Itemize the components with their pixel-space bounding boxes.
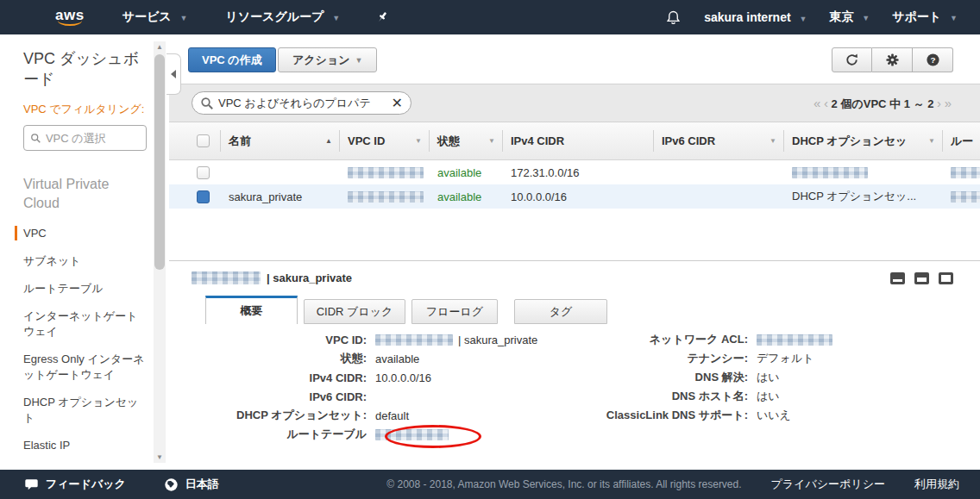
sidebar-item-elastic-ip[interactable]: Elastic IP [23, 438, 147, 453]
nav-resource-groups-menu[interactable]: リソースグループ ▼ [225, 9, 340, 25]
tab-tags[interactable]: タグ [514, 299, 607, 324]
table-row[interactable]: sakura_private available 10.0.0.0/16 DHC… [169, 184, 980, 209]
sidebar-item-internet-gateways[interactable]: インターネットゲートウェイ [23, 309, 147, 340]
pane-large-icon[interactable] [939, 272, 953, 284]
column-name[interactable]: 名前 ▲ [220, 122, 339, 159]
field-state: 状態: available [169, 349, 537, 368]
search-icon [30, 132, 41, 145]
table-row[interactable]: available 172.31.0.0/16 [169, 160, 980, 184]
cell-state: available [429, 160, 502, 184]
nav-services-label: サービス [122, 9, 172, 23]
row-checkbox[interactable] [169, 160, 220, 184]
first-page-icon[interactable]: « [814, 96, 820, 110]
settings-button[interactable] [872, 47, 913, 72]
tab-flow-logs[interactable]: フローログ [411, 299, 498, 324]
aws-logo[interactable]: aws [55, 9, 85, 26]
tab-summary[interactable]: 概要 [205, 296, 298, 324]
nav-support-menu[interactable]: サポート ▼ [892, 9, 958, 25]
notifications-bell-icon[interactable] [665, 9, 682, 26]
aws-logo-swoosh-icon [58, 20, 82, 26]
refresh-button[interactable] [832, 47, 872, 72]
previous-page-icon[interactable]: ‹ [824, 96, 828, 110]
tab-cidr-blocks[interactable]: CIDR ブロック [304, 299, 405, 324]
last-page-icon[interactable]: » [945, 96, 952, 110]
sidebar-item-subnets[interactable]: サブネット [23, 253, 147, 269]
sidebar-item-route-tables[interactable]: ルートテーブル [23, 281, 147, 296]
cell-route-table [942, 160, 980, 184]
vpc-table: 名前 ▲ VPC ID ▼ 状態 ▼ IPv4 CIDR IPv6 CIDR ▼ [169, 122, 980, 209]
nav-resource-groups-label: リソースグループ [225, 9, 324, 23]
row-checkbox[interactable] [169, 184, 220, 209]
cell-ipv4-cidr: 10.0.0.0/16 [502, 184, 653, 209]
pane-small-icon[interactable] [890, 272, 905, 284]
pin-icon[interactable] [374, 9, 390, 25]
field-dns-hostnames: DNS ホスト名: はい [497, 387, 832, 406]
sidebar-collapse-handle[interactable] [166, 53, 181, 95]
sidebar-item-vpc[interactable]: VPC [23, 226, 147, 241]
next-page-icon[interactable]: › [937, 96, 941, 110]
cell-ipv6-cidr [653, 184, 783, 209]
clear-filter-icon[interactable]: ✕ [392, 97, 403, 110]
cell-name: sakura_private [220, 184, 339, 209]
language-button[interactable]: 日本語 [164, 477, 219, 492]
scrollbar-thumb[interactable] [154, 54, 165, 270]
redacted-value [757, 334, 832, 346]
field-dns-resolution: DNS 解決: はい [497, 368, 832, 387]
pagination: « ‹ 2 個のVPC 中 1 ～ 2 › » [814, 96, 952, 112]
refresh-icon [845, 53, 859, 67]
nav-region-label: 東京 [829, 9, 853, 23]
scroll-down-arrow-icon[interactable]: ▼ [154, 453, 166, 461]
scroll-up-arrow-icon[interactable]: ▲ [154, 43, 166, 51]
sort-icon: ▼ [770, 137, 776, 145]
redacted-value [348, 191, 424, 203]
vpc-select-input[interactable] [46, 132, 140, 145]
vpc-detail-panel: | sakura_private 概要 CIDR ブロック フローログ タグ V… [169, 260, 980, 470]
speech-bubble-icon [24, 477, 39, 492]
nav-services-menu[interactable]: サービス ▼ [122, 9, 188, 25]
field-ipv6-cidr: IPv6 CIDR: [169, 387, 537, 406]
column-route-table[interactable]: ルー [942, 122, 980, 159]
vpc-filter-searchbox[interactable]: ✕ [192, 91, 411, 115]
main-content: VPC の作成 アクション ▼ [169, 34, 980, 470]
sidebar-title: VPC ダッシュボード [23, 48, 147, 90]
field-classiclink-dns: ClassicLink DNS サポート: いいえ [497, 406, 832, 425]
field-route-table: ルートテーブル [169, 425, 537, 444]
feedback-label: フィードバック [46, 477, 126, 492]
chevron-down-icon: ▼ [332, 14, 340, 22]
cell-route-table [942, 184, 980, 209]
nav-account-menu[interactable]: sakura internet ▼ [704, 10, 807, 24]
cell-ipv6-cidr [653, 160, 783, 184]
actions-dropdown-button[interactable]: アクション ▼ [278, 47, 377, 72]
column-vpc-id[interactable]: VPC ID ▼ [339, 122, 429, 159]
help-button[interactable]: ? [913, 47, 953, 72]
column-ipv6-cidr[interactable]: IPv6 CIDR ▼ [653, 122, 783, 159]
select-all-checkbox[interactable] [169, 122, 220, 159]
sidebar-scrollbar[interactable]: ▲ ▼ [154, 41, 166, 463]
create-vpc-button[interactable]: VPC の作成 [188, 47, 276, 72]
svg-text:?: ? [930, 55, 935, 65]
actions-label: アクション [292, 53, 350, 68]
nav-region-menu[interactable]: 東京 ▼ [829, 9, 870, 25]
sidebar-item-egress-only-igw[interactable]: Egress Only インターネットゲートウェイ [23, 352, 147, 383]
terms-of-use-link[interactable]: 利用規約 [914, 477, 959, 492]
table-header: 名前 ▲ VPC ID ▼ 状態 ▼ IPv4 CIDR IPv6 CIDR ▼ [169, 122, 980, 160]
redacted-value [348, 167, 424, 178]
help-icon: ? [926, 53, 940, 67]
chevron-down-icon: ▼ [799, 15, 807, 23]
cell-dhcp: DHCP オプションセッ... [783, 184, 942, 209]
column-state[interactable]: 状態 ▼ [429, 122, 502, 159]
column-dhcp-options[interactable]: DHCP オプションセッ ▼ [783, 122, 942, 159]
privacy-policy-link[interactable]: プライバシーポリシー [771, 477, 885, 492]
feedback-button[interactable]: フィードバック [24, 477, 126, 492]
vpc-select-searchbox[interactable] [23, 125, 147, 151]
sidebar-item-dhcp-options[interactable]: DHCP オプションセット [23, 395, 147, 426]
vpc-filter-input[interactable] [218, 97, 390, 109]
filter-bar: ✕ « ‹ 2 個のVPC 中 1 ～ 2 › » [169, 84, 980, 122]
sort-icon: ▼ [928, 137, 935, 145]
chevron-down-icon: ▼ [355, 56, 363, 65]
cell-state: available [429, 184, 502, 209]
pagination-text: 2 個のVPC 中 1 ～ 2 [832, 97, 934, 110]
redacted-value[interactable] [375, 429, 449, 440]
pane-medium-icon[interactable] [914, 272, 929, 284]
column-ipv4-cidr[interactable]: IPv4 CIDR [502, 122, 653, 159]
